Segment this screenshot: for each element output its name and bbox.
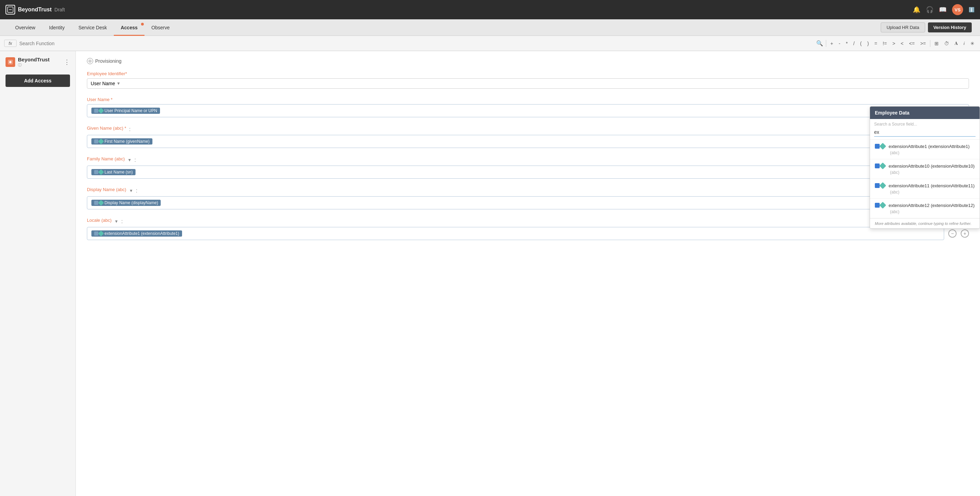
nav-access[interactable]: Access (114, 19, 145, 36)
panel-header: Employee Data (870, 107, 980, 119)
panel-search: Search a Source field... (870, 119, 980, 140)
op-divide[interactable]: / (852, 40, 856, 47)
display-name-row: Display Name (abc) ▼ : (87, 187, 969, 194)
sidebar-menu-icon[interactable]: ⋮ (64, 58, 70, 66)
locale-colon: : (121, 218, 123, 225)
locale-dropdown-arrow[interactable]: ▼ (115, 219, 119, 224)
chip-icons-given (94, 139, 103, 144)
panel-item-3-text: extensionAttribute12 (extensionAttribute… (889, 202, 975, 215)
chip-icons-family (94, 170, 103, 174)
employee-identifier-label: Employee Identifier* (87, 71, 969, 76)
book-icon[interactable]: 📖 (939, 6, 947, 13)
panel-search-placeholder: Search a Source field... (874, 122, 975, 127)
logo-text: BeyondTrust (18, 6, 52, 13)
display-name-label: Display Name (abc) (87, 187, 126, 192)
family-name-chip[interactable]: Last Name (sn) (91, 169, 135, 175)
op-multiply[interactable]: * (845, 40, 849, 47)
add-access-button[interactable]: Add Access (6, 75, 70, 87)
locale-label: Locale (abc) (87, 218, 112, 223)
panel-icon-blue-0 (875, 144, 880, 149)
display-name-input[interactable]: Display Name (displayName) (87, 196, 956, 209)
locale-chip[interactable]: extensionAttribute1 (extensionAttribute1… (91, 230, 182, 237)
upload-hr-data-button[interactable]: Upload HR Data (881, 22, 925, 32)
op-gt[interactable]: > (891, 40, 897, 47)
second-nav: Overview Identity Service Desk Access Ob… (0, 19, 980, 36)
given-name-chip[interactable]: First Name (givenName) (91, 138, 153, 145)
op-equals[interactable]: = (873, 40, 879, 47)
panel-icon-blue-2 (875, 183, 880, 188)
panel-item-3-icons (875, 203, 885, 207)
family-name-input-row: Last Name (sn) − (87, 166, 969, 179)
panel-icon-teal-1 (879, 163, 886, 169)
family-name-section: Family Name (abc) ▼ : Last Name (sn) − (87, 156, 969, 179)
locale-input[interactable]: extensionAttribute1 (extensionAttribute1… (87, 227, 944, 240)
op-clock[interactable]: ⏱ (943, 40, 950, 47)
avatar[interactable]: VS (952, 4, 963, 15)
nav-service-desk[interactable]: Service Desk (72, 19, 114, 36)
family-name-row: Family Name (abc) ▼ : (87, 156, 969, 164)
op-text[interactable]: 𝐀 (953, 40, 959, 47)
nav-identity[interactable]: Identity (42, 19, 72, 36)
sidebar-brand: BeyondTrust ⓘ ⋮ (6, 57, 70, 68)
panel-item-3[interactable]: extensionAttribute12 (extensionAttribute… (870, 199, 980, 218)
panel-icon-teal-2 (879, 182, 886, 189)
main-layout: BeyondTrust ⓘ ⋮ Add Access ⊖ Provisionin… (0, 51, 980, 496)
display-name-chip[interactable]: Display Name (displayName) (91, 200, 161, 206)
panel-footer: More attributes available, continue typi… (870, 218, 980, 228)
employee-identifier-value: User Name (91, 81, 115, 86)
panel-item-2[interactable]: extensionAttribute11 (extensionAttribute… (870, 179, 980, 199)
panel-item-1-icons (875, 164, 885, 168)
op-rparen[interactable]: ) (866, 40, 870, 47)
family-name-chip-label: Last Name (sn) (105, 170, 133, 174)
locale-add-button[interactable]: + (961, 230, 969, 238)
family-name-dropdown-arrow[interactable]: ▼ (127, 158, 132, 163)
formula-bar: fx 🔍 + - * / ( ) = != > < <= >= ⊞ ⏱ 𝐀 𝑖 … (0, 36, 980, 51)
op-info[interactable]: 𝑖 (962, 40, 966, 47)
display-name-dropdown-arrow[interactable]: ▼ (129, 188, 133, 193)
op-minus[interactable]: - (837, 40, 842, 47)
op-notequals[interactable]: != (881, 40, 888, 47)
op-lt[interactable]: < (899, 40, 905, 47)
provisioning-header: ⊖ Provisioning (87, 58, 969, 64)
panel-item-1[interactable]: extensionAttribute10 (extensionAttribute… (870, 159, 980, 179)
panel-list: extensionAttribute1 (extensionAttribute1… (870, 140, 980, 218)
op-lparen[interactable]: ( (859, 40, 863, 47)
display-name-colon: : (136, 188, 137, 194)
search-icon[interactable]: 🔍 (816, 40, 823, 46)
panel-search-input[interactable] (874, 128, 975, 137)
op-gte[interactable]: >= (919, 40, 927, 47)
given-name-section: Given Name (abc) * : First Name (givenNa… (87, 126, 969, 148)
given-name-chip-label: First Name (givenName) (105, 139, 150, 144)
locale-section: Locale (abc) ▼ : extensionAttribute1 (ex… (87, 218, 969, 240)
family-name-input[interactable]: Last Name (sn) (87, 166, 956, 179)
panel-item-0[interactable]: extensionAttribute1 (extensionAttribute1… (870, 140, 980, 159)
user-name-input[interactable]: User Principal Name or UPN (87, 104, 969, 117)
panel-item-0-icons (875, 144, 885, 149)
top-nav-right: 🔔 🎧 📖 VS ℹ️ (913, 4, 974, 15)
user-name-chip[interactable]: User Principal Name or UPN (91, 108, 160, 114)
op-plus[interactable]: + (829, 40, 834, 47)
employee-identifier-dropdown[interactable]: User Name ▼ (87, 78, 969, 89)
locale-chip-label: extensionAttribute1 (extensionAttribute1… (105, 231, 179, 236)
user-name-chip-label: User Principal Name or UPN (105, 108, 157, 113)
given-name-input[interactable]: First Name (givenName) (87, 135, 969, 148)
chip-icons-locale (94, 231, 103, 236)
op-grid[interactable]: ⊞ (933, 40, 940, 47)
provisioning-collapse[interactable]: ⊖ (87, 58, 93, 64)
nav-overview[interactable]: Overview (8, 19, 42, 36)
fx-badge: fx (4, 40, 17, 47)
formula-operators: + - * / ( ) = != > < <= >= ⊞ ⏱ 𝐀 𝑖 ✳ (829, 40, 976, 47)
version-history-button[interactable]: Version History (928, 22, 972, 32)
headset-icon[interactable]: 🎧 (926, 6, 934, 13)
search-function-input[interactable] (19, 41, 813, 46)
bell-icon[interactable]: 🔔 (913, 6, 920, 13)
given-name-label: Given Name (abc) * (87, 126, 126, 131)
op-special[interactable]: ✳ (969, 40, 976, 47)
op-lte[interactable]: <= (908, 40, 916, 47)
nav-observe[interactable]: Observe (145, 19, 177, 36)
panel-item-1-text: extensionAttribute10 (extensionAttribute… (889, 163, 975, 175)
panel-icon-blue-3 (875, 203, 880, 207)
logo-area: BeyondTrust Draft (6, 5, 65, 14)
locale-remove-button[interactable]: − (948, 230, 956, 238)
sidebar: BeyondTrust ⓘ ⋮ Add Access (0, 51, 76, 496)
